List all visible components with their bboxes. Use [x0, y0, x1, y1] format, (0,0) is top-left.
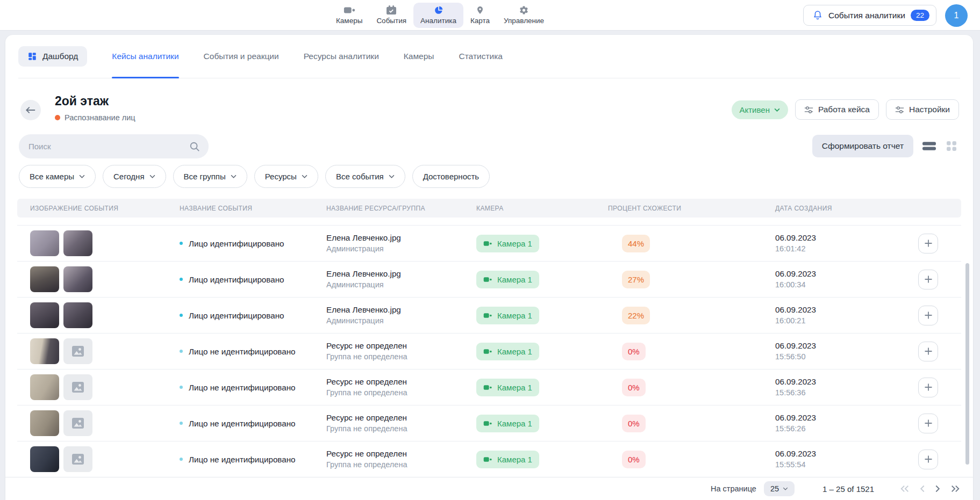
- case-work-button[interactable]: Работа кейса: [795, 99, 879, 120]
- date-cell: 06.09.2023 16:01:42: [775, 232, 918, 255]
- add-button[interactable]: [918, 270, 938, 289]
- add-button[interactable]: [918, 450, 938, 469]
- table-row[interactable]: Лицо идентифицировано Елена Левченко.jpg…: [17, 298, 961, 334]
- table-row[interactable]: Лицо не идентифицировано Ресурс не опред…: [17, 369, 961, 405]
- resource-cell: Ресурс не определен Группа не определена: [326, 448, 476, 470]
- per-page-select[interactable]: 25: [764, 481, 795, 496]
- date-cell: 06.09.2023 15:56:36: [775, 376, 918, 398]
- event-image-face[interactable]: [63, 446, 92, 472]
- nav-item-management[interactable]: Управление: [497, 3, 551, 28]
- nav-item-cameras[interactable]: Камеры: [329, 3, 369, 28]
- add-button[interactable]: [918, 378, 938, 397]
- first-page-button[interactable]: [899, 483, 911, 494]
- tab-analytics-resources[interactable]: Ресурсы аналитики: [304, 35, 379, 78]
- filter-confidence[interactable]: Достоверность: [412, 165, 490, 188]
- resource-cell: Ресурс не определен Группа не определена: [326, 412, 476, 434]
- add-button[interactable]: [918, 306, 938, 325]
- table-row[interactable]: Лицо не идентифицировано Ресурс не опред…: [17, 441, 961, 477]
- event-name: Лицо идентифицировано: [189, 275, 284, 284]
- previous-page-button[interactable]: [918, 483, 926, 494]
- event-image-full[interactable]: [30, 446, 59, 472]
- add-button[interactable]: [918, 234, 938, 253]
- user-avatar[interactable]: 1: [945, 4, 968, 27]
- camera-badge[interactable]: Камера 1: [476, 271, 539, 288]
- event-image-face[interactable]: [63, 302, 92, 328]
- event-image-face[interactable]: [63, 266, 92, 292]
- camera-badge[interactable]: Камера 1: [476, 415, 539, 432]
- resource-cell: Елена Левченко.jpg Администрация: [326, 232, 476, 255]
- add-button[interactable]: [918, 342, 938, 361]
- event-image-face[interactable]: [63, 230, 92, 256]
- nav-label: Камеры: [336, 17, 362, 25]
- search-icon: [189, 141, 200, 152]
- toolbar-right: Сформировать отчет: [812, 135, 958, 157]
- camera-badge[interactable]: Камера 1: [476, 343, 539, 360]
- column-header-event: НАЗВАНИЕ СОБЫТИЯ: [180, 205, 326, 212]
- filter-date[interactable]: Сегодня: [103, 165, 166, 188]
- filter-groups[interactable]: Все группы: [173, 165, 247, 188]
- camera-name: Камера 1: [497, 347, 532, 356]
- camera-icon: [483, 312, 492, 319]
- grid-view-toggle[interactable]: [945, 140, 958, 153]
- event-type-icon: [180, 386, 183, 389]
- next-page-button[interactable]: [934, 483, 942, 494]
- settings-button[interactable]: Настройки: [886, 99, 959, 120]
- add-button[interactable]: [918, 414, 938, 433]
- nav-item-map[interactable]: Карта: [463, 3, 497, 28]
- event-image-full[interactable]: [30, 230, 59, 256]
- event-image-full[interactable]: [30, 302, 59, 328]
- resource-cell: Елена Левченко.jpg Администрация: [326, 304, 476, 327]
- camera-cell: Камера 1: [476, 379, 608, 396]
- tab-events-reactions[interactable]: События и реакции: [204, 35, 279, 78]
- back-button[interactable]: [20, 100, 41, 120]
- event-image-full[interactable]: [30, 266, 59, 292]
- list-view-toggle[interactable]: [921, 140, 937, 152]
- vertical-scrollbar[interactable]: [965, 263, 969, 465]
- page-range: 1 – 25 of 1521: [822, 484, 874, 494]
- pie-chart-icon: [433, 5, 444, 15]
- chevron-down-icon: [302, 175, 307, 178]
- filter-events[interactable]: Все события: [325, 165, 405, 188]
- camera-badge[interactable]: Камера 1: [476, 307, 539, 324]
- status-dropdown[interactable]: Активен: [732, 100, 788, 119]
- event-image-full[interactable]: [30, 374, 59, 400]
- table-row[interactable]: Лицо идентифицировано Елена Левченко.jpg…: [17, 226, 961, 262]
- event-image-face[interactable]: [63, 410, 92, 436]
- camera-badge[interactable]: Камера 1: [476, 379, 539, 396]
- group-name: Группа не определена: [326, 387, 476, 398]
- last-page-button[interactable]: [949, 483, 961, 494]
- filter-cameras[interactable]: Все камеры: [19, 165, 96, 188]
- creation-date: 06.09.2023: [775, 304, 918, 315]
- similarity-badge: 0%: [622, 343, 646, 360]
- event-image-face[interactable]: [63, 338, 92, 364]
- event-image-full[interactable]: [30, 338, 59, 364]
- event-image-full[interactable]: [30, 410, 59, 436]
- date-cell: 06.09.2023 16:00:34: [775, 268, 918, 291]
- event-type-icon: [180, 242, 183, 245]
- tab-statistics[interactable]: Статистика: [459, 35, 502, 78]
- event-image-face[interactable]: [63, 374, 92, 400]
- resource-cell: Елена Левченко.jpg Администрация: [326, 268, 476, 291]
- table-row[interactable]: Лицо идентифицировано Елена Левченко.jpg…: [17, 262, 961, 298]
- table-row[interactable]: Лицо не идентифицировано Ресурс не опред…: [17, 405, 961, 441]
- camera-badge[interactable]: Камера 1: [476, 451, 539, 468]
- tab-cameras[interactable]: Камеры: [404, 35, 434, 78]
- actions-cell: [918, 414, 961, 433]
- chevron-down-icon: [774, 108, 780, 112]
- filter-resources[interactable]: Ресурсы: [254, 165, 318, 188]
- tab-analytics-cases[interactable]: Кейсы аналитики: [112, 35, 178, 78]
- nav-item-analytics[interactable]: Аналитика: [413, 3, 463, 28]
- tab-dashboard[interactable]: Дашборд: [18, 46, 87, 67]
- search-input[interactable]: [28, 142, 189, 151]
- settings-label: Настройки: [909, 105, 950, 114]
- camera-badge[interactable]: Камера 1: [476, 235, 539, 252]
- event-type-icon: [180, 278, 183, 281]
- nav-item-events[interactable]: События: [369, 3, 413, 28]
- table-row[interactable]: Лицо не идентифицировано Ресурс не опред…: [17, 334, 961, 369]
- event-images-cell: [30, 266, 180, 292]
- camera-cell: Камера 1: [476, 343, 608, 360]
- generate-report-button[interactable]: Сформировать отчет: [812, 135, 913, 157]
- camera-name: Камера 1: [497, 239, 532, 248]
- chevron-down-icon: [79, 175, 85, 178]
- analytics-events-button[interactable]: События аналитики 22: [803, 5, 936, 26]
